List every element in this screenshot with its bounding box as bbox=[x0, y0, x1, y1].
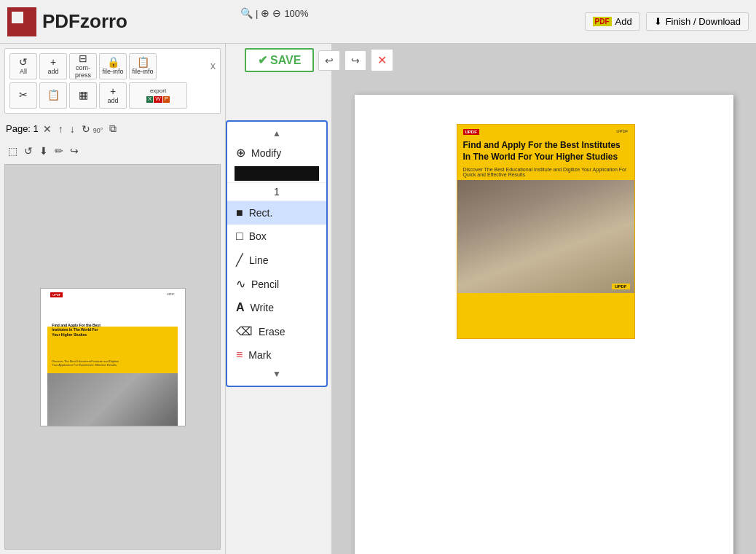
page-ctrl-edit-button[interactable]: ✏ bbox=[52, 144, 66, 158]
page-number-input[interactable]: 1 bbox=[227, 182, 326, 201]
pdf-page: UPDF UPDF Find and Apply For the Best In… bbox=[355, 95, 733, 554]
page-copy-button[interactable]: ⧉ bbox=[107, 121, 119, 136]
finish-download-button[interactable]: ⬇ Finish / Download bbox=[646, 12, 749, 31]
zoom-out-button[interactable]: ⊖ bbox=[272, 7, 281, 19]
tool-compress[interactable]: ⊟ com-press bbox=[69, 53, 97, 79]
rect-label: Rect. bbox=[249, 207, 273, 219]
write-label: Write bbox=[251, 302, 274, 313]
undo-icon: ↩ bbox=[325, 55, 334, 66]
redo-button[interactable]: ↪ bbox=[344, 50, 366, 71]
lock-label: file-info bbox=[102, 69, 123, 76]
draw-tool-line[interactable]: ╱ Line bbox=[227, 248, 326, 272]
tool-add2[interactable]: + add bbox=[99, 82, 127, 109]
tools-row-1: ↺ All + add ⊟ com-press 🔒 file-info 📋 bbox=[9, 53, 216, 79]
finish-label: Finish / Download bbox=[666, 16, 741, 27]
add-label: Add bbox=[615, 16, 632, 27]
mark-icon: ≡ bbox=[236, 348, 243, 362]
scroll-up-arrow[interactable]: ▲ bbox=[227, 126, 326, 141]
svg-rect-1 bbox=[12, 12, 23, 23]
tool-paste[interactable]: 📋 bbox=[39, 82, 67, 109]
draw-tool-pencil[interactable]: ∿ Pencil bbox=[227, 272, 326, 296]
add-icon: + bbox=[50, 57, 56, 68]
add2-label: add bbox=[107, 98, 118, 105]
page-down-button[interactable]: ↓ bbox=[68, 122, 77, 136]
rotate-degree-label: 90° bbox=[93, 127, 103, 134]
draw-tool-box[interactable]: □ Box bbox=[227, 225, 326, 248]
close-button[interactable]: ✕ bbox=[371, 49, 393, 71]
save-label: SAVE bbox=[270, 54, 301, 67]
pdf-preview-header: UPDF UPDF bbox=[457, 125, 634, 137]
export-icons: X W P bbox=[146, 96, 170, 103]
page-up-button[interactable]: ↑ bbox=[56, 122, 66, 136]
tools-row-2: ✂ 📋 ▦ + add export X W P bbox=[9, 82, 216, 109]
page-ctrl-share-button[interactable]: ↪ bbox=[68, 144, 81, 158]
tool-cut[interactable]: ✂ bbox=[9, 82, 37, 109]
page-delete-button[interactable]: ✕ bbox=[41, 122, 54, 136]
undo-button[interactable]: ↩ bbox=[318, 50, 340, 71]
color-swatch[interactable] bbox=[235, 166, 319, 181]
tools-close-button[interactable]: X bbox=[210, 62, 216, 71]
box-icon: □ bbox=[236, 230, 243, 243]
thumb-inner: Find and Apply For the BestInstitutes In… bbox=[41, 289, 185, 426]
erase-icon: ⌫ bbox=[236, 324, 253, 338]
thumb-brand-text: UPDF bbox=[167, 292, 175, 296]
draw-tool-erase[interactable]: ⌫ Erase bbox=[227, 319, 326, 343]
page-rotate-button[interactable]: ↻ 90° bbox=[79, 122, 106, 136]
pdf-preview-image-inner: UPDF bbox=[457, 180, 634, 293]
mark-label: Mark bbox=[248, 349, 271, 361]
share-icon: ↪ bbox=[70, 145, 79, 157]
pencil-label: Pencil bbox=[251, 278, 279, 290]
add2-icon: + bbox=[110, 86, 116, 97]
modify-label: Modify bbox=[251, 147, 281, 159]
zoom-area: 🔍 | ⊕ ⊖ 100% bbox=[240, 7, 309, 19]
compress-icon: ⊟ bbox=[79, 53, 87, 64]
copy-icon: ⧉ bbox=[109, 122, 117, 134]
edit-icon: ✏ bbox=[55, 145, 63, 157]
pdf-icon: PDF bbox=[593, 17, 612, 26]
grid-icon: ▦ bbox=[79, 90, 88, 101]
draw-tool-write[interactable]: A Write bbox=[227, 296, 326, 319]
lock-icon: 🔒 bbox=[107, 57, 119, 68]
scroll-down-arrow[interactable]: ▼ bbox=[227, 367, 326, 381]
pdf-preview-subtitle: Discover The Best Educational Institute … bbox=[457, 165, 634, 180]
fileinfo-label: file-info bbox=[132, 69, 153, 76]
draw-tool-mark[interactable]: ≡ Mark bbox=[227, 343, 326, 367]
tool-add[interactable]: + add bbox=[39, 53, 67, 79]
draw-tool-rect[interactable]: ■ Rect. bbox=[227, 201, 326, 225]
add-tool-label: add bbox=[47, 69, 58, 76]
page-ctrl-scan-button[interactable]: ⬚ bbox=[6, 144, 20, 158]
thumb-brand-icon: UPDF bbox=[50, 292, 63, 297]
zoom-separator: | bbox=[256, 8, 258, 19]
paste-icon: 📋 bbox=[47, 90, 60, 101]
tools-grid: ↺ All + add ⊟ com-press 🔒 file-info 📋 bbox=[4, 48, 221, 114]
write-icon: A bbox=[236, 301, 245, 314]
pdf-preview-image-area: UPDF bbox=[457, 180, 634, 293]
tool-lock[interactable]: 🔒 file-info bbox=[99, 53, 127, 79]
tool-export[interactable]: export X W P bbox=[129, 82, 187, 109]
rotate-all-icon: ↺ bbox=[19, 57, 28, 68]
tool-grid[interactable]: ▦ bbox=[69, 82, 97, 109]
main-content: ↺ All + add ⊟ com-press 🔒 file-info 📋 bbox=[0, 44, 756, 554]
compress-label: com-press bbox=[70, 65, 96, 79]
tool-fileinfo[interactable]: 📋 file-info bbox=[129, 53, 157, 79]
line-icon: ╱ bbox=[236, 253, 243, 267]
page-controls: Page: 1 ✕ ↑ ↓ ↻ 90° ⧉ bbox=[4, 118, 221, 139]
page-ctrl-download-button[interactable]: ⬇ bbox=[37, 144, 50, 158]
thumbnail-image: Find and Apply For the BestInstitutes In… bbox=[40, 288, 186, 426]
pencil-icon: ∿ bbox=[236, 277, 245, 291]
save-button[interactable]: ✔ SAVE bbox=[245, 48, 314, 72]
header-buttons: PDF Add ⬇ Finish / Download bbox=[585, 12, 749, 31]
modify-icon: ⊕ bbox=[236, 146, 245, 160]
close-icon: ✕ bbox=[377, 54, 387, 66]
zoom-level: 100% bbox=[284, 8, 308, 19]
zoom-in-button[interactable]: ⊕ bbox=[261, 7, 269, 19]
page-ctrl-rotate2-button[interactable]: ↺ bbox=[22, 144, 35, 158]
photo-overlay bbox=[457, 180, 634, 293]
download-icon: ⬇ bbox=[654, 16, 662, 27]
add-button[interactable]: PDF Add bbox=[585, 12, 640, 31]
draw-tool-modify[interactable]: ⊕ Modify bbox=[227, 141, 326, 165]
zoom-fit-button[interactable]: 🔍 bbox=[240, 7, 253, 19]
pdf-content-preview: UPDF UPDF Find and Apply For the Best In… bbox=[457, 124, 635, 339]
rotate-icon: ↻ bbox=[82, 123, 90, 135]
tool-rotate-all[interactable]: ↺ All bbox=[9, 53, 37, 79]
